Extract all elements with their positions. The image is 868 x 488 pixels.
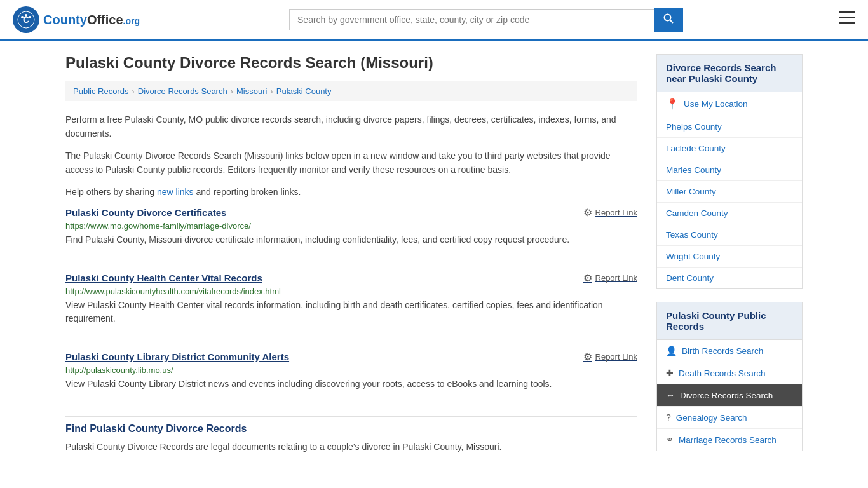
sidebar-item-use-location[interactable]: 📍 Use My Location bbox=[657, 92, 802, 116]
find-section-title: Find Pulaski County Divorce Records bbox=[65, 423, 637, 435]
list-item[interactable]: Texas County bbox=[657, 224, 802, 246]
result-desc-0: Find Pulaski County, Missouri divorce ce… bbox=[65, 233, 637, 247]
menu-button[interactable] bbox=[839, 11, 855, 28]
list-item[interactable]: Laclede County bbox=[657, 138, 802, 159]
sidebar-public-records-section: Pulaski County Public Records 👤 Birth Re… bbox=[656, 302, 803, 451]
sidebar-nearby-section: Divorce Records Search near Pulaski Coun… bbox=[656, 54, 803, 289]
site-header: C CountyOffice.org bbox=[0, 0, 868, 41]
divider bbox=[65, 416, 637, 417]
result-item: Pulaski County Library District Communit… bbox=[65, 351, 637, 400]
report-icon-1: ⚙ bbox=[583, 272, 592, 284]
result-title-row: Pulaski County Divorce Certificates ⚙ Re… bbox=[65, 207, 637, 219]
find-section-desc: Pulaski County Divorce Records are legal… bbox=[65, 440, 637, 454]
logo-text: CountyOffice.org bbox=[43, 13, 140, 27]
sidebar-public-records-list: 👤 Birth Records Search ✚ Death Records S… bbox=[657, 340, 802, 451]
list-item[interactable]: Miller County bbox=[657, 181, 802, 203]
question-icon: ? bbox=[666, 412, 671, 423]
find-section: Find Pulaski County Divorce Records Pula… bbox=[65, 423, 637, 454]
svg-point-3 bbox=[29, 16, 31, 18]
search-input[interactable] bbox=[289, 9, 654, 30]
breadcrumb: Public Records › Divorce Records Search … bbox=[65, 81, 637, 101]
intro-paragraph-1: Perform a free Pulaski County, MO public… bbox=[65, 112, 637, 141]
result-item: Pulaski County Health Center Vital Recor… bbox=[65, 272, 637, 335]
breadcrumb-public-records[interactable]: Public Records bbox=[73, 86, 128, 96]
list-item[interactable]: Wright County bbox=[657, 246, 802, 268]
breadcrumb-divorce-records-search[interactable]: Divorce Records Search bbox=[138, 86, 227, 96]
result-desc-1: View Pulaski County Health Center vital … bbox=[65, 299, 637, 325]
result-link-0[interactable]: Pulaski County Divorce Certificates bbox=[65, 207, 226, 218]
list-item[interactable]: Maries County bbox=[657, 159, 802, 181]
result-desc-2: View Pulaski County Library District new… bbox=[65, 377, 637, 391]
location-pin-icon: 📍 bbox=[666, 98, 679, 110]
sidebar-public-records-header: Pulaski County Public Records bbox=[657, 302, 802, 340]
sidebar-item-divorce-records[interactable]: ↔ Divorce Records Search bbox=[657, 384, 802, 407]
sidebar-item-genealogy[interactable]: ? Genealogy Search bbox=[657, 407, 802, 429]
person-icon: 👤 bbox=[666, 346, 677, 356]
sidebar-nearby-list: 📍 Use My Location Phelps County Laclede … bbox=[657, 92, 802, 288]
main-container: Pulaski County Divorce Records Search (M… bbox=[53, 41, 815, 477]
svg-rect-7 bbox=[839, 11, 855, 13]
main-content: Pulaski County Divorce Records Search (M… bbox=[65, 54, 637, 464]
list-item[interactable]: Dent County bbox=[657, 268, 802, 288]
result-title-row: Pulaski County Health Center Vital Recor… bbox=[65, 272, 637, 284]
svg-rect-8 bbox=[839, 17, 855, 18]
report-icon-0: ⚙ bbox=[583, 207, 592, 219]
sidebar-item-death-records[interactable]: ✚ Death Records Search bbox=[657, 362, 802, 384]
report-link-1[interactable]: ⚙ Report Link bbox=[583, 272, 637, 284]
cross-icon: ✚ bbox=[666, 368, 674, 378]
breadcrumb-pulaski-county[interactable]: Pulaski County bbox=[276, 86, 332, 96]
logo[interactable]: C CountyOffice.org bbox=[13, 6, 140, 33]
rings-icon: ⚭ bbox=[666, 435, 674, 445]
result-url-1: http://www.pulaskicountyhealth.com/vital… bbox=[65, 287, 637, 296]
result-url-2: http://pulaskicounty.lib.mo.us/ bbox=[65, 365, 637, 375]
sidebar-item-marriage-records[interactable]: ⚭ Marriage Records Search bbox=[657, 429, 802, 451]
new-links-link[interactable]: new links bbox=[157, 187, 194, 197]
sidebar-item-birth-records[interactable]: 👤 Birth Records Search bbox=[657, 340, 802, 362]
report-link-0[interactable]: ⚙ Report Link bbox=[583, 207, 637, 219]
result-link-1[interactable]: Pulaski County Health Center Vital Recor… bbox=[65, 273, 262, 283]
svg-point-4 bbox=[25, 14, 27, 17]
svg-point-5 bbox=[665, 15, 671, 21]
result-title-row: Pulaski County Library District Communit… bbox=[65, 351, 637, 363]
intro-paragraph-3: Help others by sharing new links and rep… bbox=[65, 185, 637, 199]
report-link-2[interactable]: ⚙ Report Link bbox=[583, 351, 637, 363]
breadcrumb-missouri[interactable]: Missouri bbox=[236, 86, 267, 96]
result-url-0: https://www.mo.gov/home-family/marriage-… bbox=[65, 221, 637, 231]
arrows-icon: ↔ bbox=[666, 390, 675, 400]
svg-rect-9 bbox=[839, 22, 855, 24]
result-item: Pulaski County Divorce Certificates ⚙ Re… bbox=[65, 207, 637, 256]
page-title: Pulaski County Divorce Records Search (M… bbox=[65, 54, 637, 72]
report-icon-2: ⚙ bbox=[583, 351, 592, 363]
logo-icon: C bbox=[13, 6, 39, 33]
intro-paragraph-2: The Pulaski County Divorce Records Searc… bbox=[65, 149, 637, 177]
list-item[interactable]: Phelps County bbox=[657, 116, 802, 138]
svg-point-2 bbox=[21, 16, 24, 18]
search-area bbox=[289, 8, 683, 32]
sidebar-nearby-header: Divorce Records Search near Pulaski Coun… bbox=[657, 55, 802, 92]
svg-line-6 bbox=[670, 20, 674, 24]
sidebar: Divorce Records Search near Pulaski Coun… bbox=[656, 54, 803, 464]
result-link-2[interactable]: Pulaski County Library District Communit… bbox=[65, 351, 289, 362]
search-button[interactable] bbox=[654, 8, 683, 32]
list-item[interactable]: Camden County bbox=[657, 203, 802, 224]
